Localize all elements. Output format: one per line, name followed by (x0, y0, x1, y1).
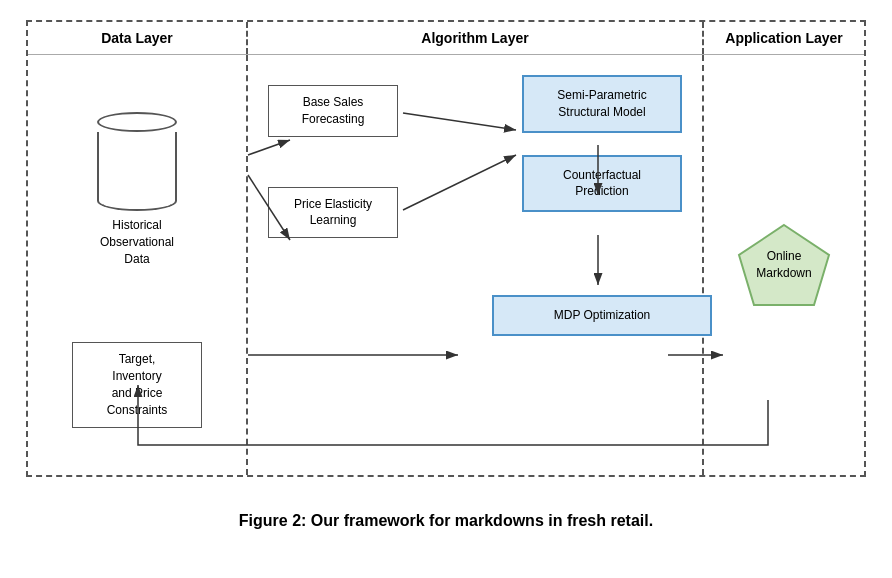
data-layer-header: Data Layer (28, 22, 248, 54)
diagram: Data Layer Algorithm Layer Application L… (26, 20, 866, 477)
svg-line-2 (403, 155, 516, 210)
layer-headers: Data Layer Algorithm Layer Application L… (28, 22, 864, 55)
target-box: Target,Inventoryand PriceConstraints (72, 342, 202, 427)
pentagon-online-markdown: OnlineMarkdown (734, 220, 834, 310)
app-layer-header: Application Layer (704, 22, 864, 54)
counterfactual-box: CounterfactualPrediction (522, 155, 682, 213)
cylinder-bottom (97, 191, 177, 211)
layers-body: HistoricalObservationalData Target,Inven… (28, 55, 864, 475)
app-layer: OnlineMarkdown (704, 55, 864, 475)
algo-layer-header: Algorithm Layer (248, 22, 704, 54)
semi-parametric-box: Semi-ParametricStructural Model (522, 75, 682, 133)
data-layer: HistoricalObservationalData Target,Inven… (28, 55, 248, 475)
caption: Figure 2: Our framework for markdowns in… (219, 509, 673, 533)
algo-layer: Base SalesForecasting Price ElasticityLe… (248, 55, 704, 475)
historical-data-cylinder: HistoricalObservationalData (97, 112, 177, 267)
cylinder-body (97, 132, 177, 192)
price-elasticity-box: Price ElasticityLearning (268, 187, 398, 239)
online-markdown-label: OnlineMarkdown (756, 248, 811, 282)
mdp-box: MDP Optimization (492, 295, 712, 336)
base-sales-box: Base SalesForecasting (268, 85, 398, 137)
cylinder-top (97, 112, 177, 132)
svg-line-1 (403, 113, 516, 130)
historical-label: HistoricalObservationalData (100, 217, 174, 267)
